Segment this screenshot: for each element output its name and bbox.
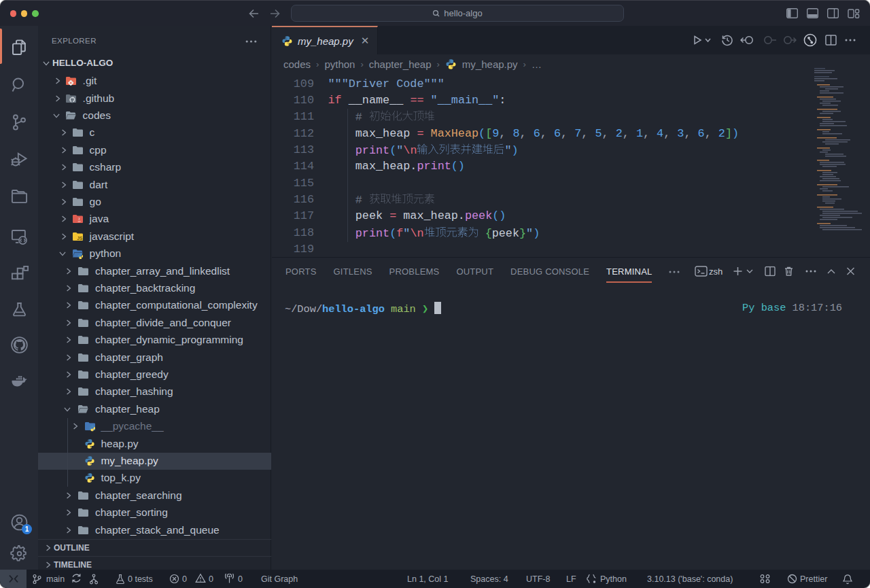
svg-text:JS: JS [77, 236, 83, 241]
